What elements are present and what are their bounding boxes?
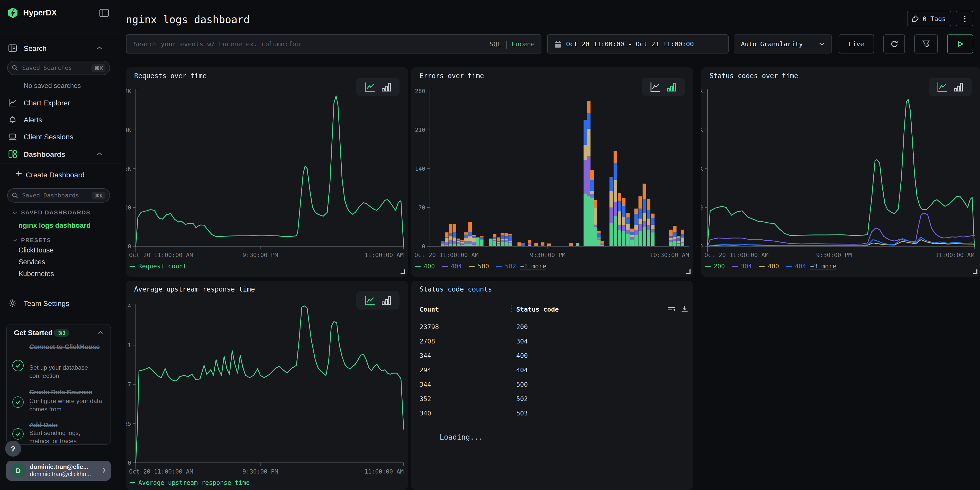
divider xyxy=(0,33,121,33)
sidebar-item-label: Search xyxy=(24,44,46,52)
get-started-title: Get Started xyxy=(14,329,53,337)
live-label: Live xyxy=(849,40,864,48)
presets-section[interactable]: PRESETS xyxy=(12,237,51,243)
hyperdx-logo-icon xyxy=(7,7,19,19)
sql-toggle[interactable]: SQL xyxy=(490,40,501,48)
legend-label: 304 xyxy=(741,263,752,270)
legend-item[interactable]: 502 xyxy=(496,263,516,270)
get-started-item-title[interactable]: Create Data Sources xyxy=(29,388,92,397)
column-drag-handle[interactable] xyxy=(511,305,512,313)
svg-text:140: 140 xyxy=(415,165,425,172)
help-button[interactable]: ? xyxy=(5,441,21,457)
divider xyxy=(0,164,121,164)
saved-dashboards-section[interactable]: SAVED DASHBOARDS xyxy=(12,209,91,215)
granularity-select[interactable]: Auto Granularity xyxy=(734,35,832,54)
sidebar-item-preset-services[interactable]: Services xyxy=(19,258,45,266)
get-started-item-title[interactable]: Connect to ClickHouse xyxy=(29,343,100,352)
event-search-input[interactable] xyxy=(133,40,490,48)
sidebar-item-alerts[interactable]: Alerts xyxy=(0,113,121,126)
toggle-separator: | xyxy=(505,39,507,49)
panel-avg-upstream-response: Average upstream response time 00.350.71… xyxy=(126,281,408,490)
event-search[interactable]: SQL | Lucene xyxy=(126,35,541,54)
legend-swatch xyxy=(130,266,135,267)
svg-text:9:30:00 PM: 9:30:00 PM xyxy=(530,252,565,258)
column-header-count[interactable]: Count xyxy=(420,305,439,313)
svg-text:3.2K: 3.2K xyxy=(126,88,131,94)
column-width-icon[interactable] xyxy=(667,305,676,313)
logo: HyperDX xyxy=(7,7,57,19)
sidebar-item-team-settings[interactable]: Team Settings xyxy=(0,297,121,310)
legend-item[interactable]: Average upstream response time xyxy=(130,479,250,487)
legend-more-link[interactable]: +3 more xyxy=(810,263,836,270)
resize-grip[interactable] xyxy=(401,269,405,274)
sidebar-item-search[interactable]: Search xyxy=(0,41,121,55)
saved-dashboards-search[interactable]: ⌘K xyxy=(7,188,110,202)
chart-explorer-icon xyxy=(8,98,17,107)
svg-text:11:00:00 AM: 11:00:00 AM xyxy=(364,468,404,475)
sidebar-item-dashboards[interactable]: Dashboards xyxy=(0,148,121,161)
sidebar-item-label: Client Sessions xyxy=(24,133,73,141)
sidebar-item-client-sessions[interactable]: Client Sessions xyxy=(0,130,121,143)
date-range-value: Oct 20 11:00:00 - Oct 21 11:00:00 xyxy=(566,40,694,48)
get-started-item-subtitle: Start sending logs, metrics, or traces xyxy=(29,429,102,445)
sidebar-item-preset-clickhouse[interactable]: ClickHouse xyxy=(19,246,54,254)
saved-dashboards-input[interactable] xyxy=(21,191,89,199)
tags-button[interactable]: 0 Tags xyxy=(907,11,951,26)
legend-swatch xyxy=(732,266,738,267)
table-row[interactable]: 344500 xyxy=(411,377,693,392)
legend-item[interactable]: 400 xyxy=(415,263,435,270)
filter-button[interactable] xyxy=(914,35,938,54)
saved-searches-search[interactable]: ⌘K xyxy=(7,60,110,75)
status-codes-chart[interactable]: 07001.4K2.1K2.8KOct 20 11:00:00 AM9:30:0… xyxy=(701,67,980,277)
cell-count: 340 xyxy=(420,409,431,417)
errors-chart[interactable]: 070140210280Oct 20 11:00:00 AM9:30:00 PM… xyxy=(411,67,693,277)
sidebar-item-preset-kubernetes[interactable]: Kubernetes xyxy=(19,270,54,278)
requests-chart[interactable]: 08001.6K2.4K3.2KOct 20 11:00:00 AM9:30:0… xyxy=(126,67,408,277)
download-icon[interactable] xyxy=(681,305,689,313)
run-query-button[interactable] xyxy=(947,35,973,54)
date-range-picker[interactable]: Oct 20 11:00:00 - Oct 21 11:00:00 xyxy=(547,35,729,54)
table-row[interactable]: 294404 xyxy=(411,363,693,377)
refresh-button[interactable] xyxy=(883,35,905,54)
table-row[interactable]: 344400 xyxy=(411,348,693,363)
dashboard-menu-button[interactable] xyxy=(956,11,973,26)
live-button[interactable]: Live xyxy=(838,35,874,54)
svg-text:700: 700 xyxy=(701,204,703,211)
resize-grip[interactable] xyxy=(973,269,977,274)
legend-item[interactable]: Request count xyxy=(130,263,187,270)
legend-item[interactable]: 200 xyxy=(705,263,725,270)
sidebar: HyperDX Search ⌘K No saved searches Char… xyxy=(0,0,121,490)
legend-item[interactable]: 404 xyxy=(442,263,462,270)
avg-upstream-chart[interactable]: 00.350.71.11.4Oct 20 11:00:00 AM9:30:00 … xyxy=(126,281,408,490)
svg-text:1.4: 1.4 xyxy=(126,303,131,309)
column-header-status-code[interactable]: Status code xyxy=(516,305,559,313)
legend-item[interactable]: 400 xyxy=(759,263,779,270)
table-row[interactable]: 2708304 xyxy=(411,334,693,348)
table-row[interactable]: 340503 xyxy=(411,406,693,421)
svg-text:11:00:00 AM: 11:00:00 AM xyxy=(935,252,974,258)
create-dashboard-button[interactable]: Create Dashboard xyxy=(0,168,121,181)
shortcut-badge: ⌘K xyxy=(92,64,105,72)
legend-item[interactable]: 404 xyxy=(786,263,806,270)
table-row[interactable]: 23798200 xyxy=(411,320,693,334)
resize-grip[interactable] xyxy=(686,269,690,274)
no-saved-searches-text: No saved searches xyxy=(24,82,81,89)
svg-text:800: 800 xyxy=(126,204,131,211)
user-menu[interactable]: D dominic.tran@clic... dominic.tran@clic… xyxy=(6,461,111,481)
svg-text:0: 0 xyxy=(128,243,131,250)
legend-item[interactable]: 500 xyxy=(469,263,489,270)
saved-searches-input[interactable] xyxy=(21,64,89,72)
table-row[interactable]: 352502 xyxy=(411,392,693,406)
chevron-up-icon[interactable] xyxy=(98,331,103,334)
sidebar-collapse-icon[interactable] xyxy=(99,9,109,17)
sidebar-item-nginx-dashboard[interactable]: nginx logs dashboard xyxy=(19,222,91,229)
user-name: dominic.tran@clic... xyxy=(30,463,88,471)
sidebar-item-chart-explorer[interactable]: Chart Explorer xyxy=(0,96,121,110)
legend-item[interactable]: 304 xyxy=(732,263,752,270)
svg-text:0.7: 0.7 xyxy=(126,381,131,388)
lucene-toggle[interactable]: Lucene xyxy=(512,40,535,48)
legend-more-link[interactable]: +1 more xyxy=(520,263,546,270)
svg-text:2.1K: 2.1K xyxy=(701,127,703,133)
get-started-item-title[interactable]: Add Data xyxy=(29,421,57,430)
legend-swatch xyxy=(442,266,447,267)
